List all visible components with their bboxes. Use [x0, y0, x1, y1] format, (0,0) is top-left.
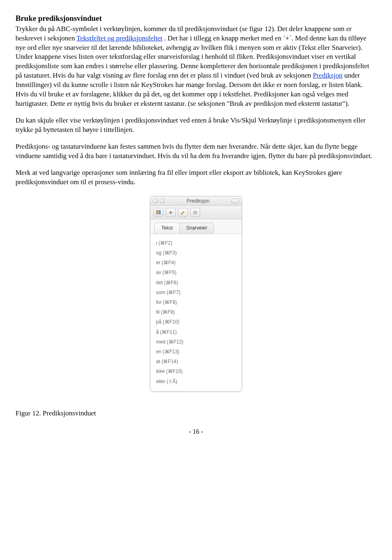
add-button[interactable]: + [166, 208, 176, 217]
prediction-window-figure: Prediksjon + [150, 196, 242, 392]
list-item[interactable]: på (⌘F10) [156, 317, 238, 327]
svg-point-1 [195, 212, 196, 213]
minimize-icon[interactable] [160, 198, 165, 203]
section-heading: Bruke prediksjonsvinduet [16, 13, 376, 24]
list-item[interactable]: for (⌘F8) [156, 297, 238, 307]
tab-shortcuts[interactable]: Snarveier [179, 223, 214, 234]
list-item[interactable]: at (⌘F14) [156, 357, 238, 366]
traffic-lights [153, 198, 165, 203]
list-item[interactable]: til (⌘F9) [156, 307, 238, 317]
prediction-list: i (⌘F2) og (⌘F3) er (⌘F4) av (⌘F5) det (… [150, 234, 242, 391]
list-item[interactable]: en (⌘F13) [156, 347, 238, 357]
page-number: - 16 - [16, 427, 376, 436]
list-item[interactable]: eller (⇧Å) [156, 377, 238, 386]
list-item[interactable]: av (⌘F5) [156, 268, 238, 277]
toolbar-toggle-button[interactable] [231, 199, 239, 203]
paragraph-3: Prediksjons- og tastaturvinduene kan fes… [16, 142, 376, 161]
pencil-icon [180, 210, 186, 215]
tab-text[interactable]: Tekst [154, 223, 180, 234]
figure-caption: Figur 12. Prediksjonsvinduet [16, 409, 376, 418]
window-titlebar[interactable]: Prediksjon [150, 196, 242, 206]
list-item[interactable]: ikke (⌘F15) [156, 366, 238, 376]
link-tekstfeltet[interactable]: Tekstfeltet og prediksjonsfeltet [76, 34, 162, 42]
gear-icon [192, 210, 198, 215]
list-item[interactable]: og (⌘F3) [156, 248, 238, 258]
close-icon[interactable] [153, 198, 158, 203]
list-item[interactable]: i (⌘F2) [156, 238, 238, 248]
prediction-window: Prediksjon + [150, 196, 242, 392]
library-button[interactable] [154, 208, 163, 217]
window-title: Prediksjon [187, 198, 209, 204]
window-toolbar: + [150, 206, 242, 219]
book-icon [156, 210, 161, 215]
tab-bar: Tekst Snarveier [150, 219, 242, 234]
list-item[interactable]: det (⌘F6) [156, 278, 238, 288]
paragraph-2: Du kan skjule eller vise verktøylinjen i… [16, 116, 376, 135]
settings-button[interactable] [190, 208, 200, 217]
list-item[interactable]: som (⌘F7) [156, 288, 238, 297]
edit-button[interactable] [178, 208, 188, 217]
paragraph-1: Trykker du på ABC-symbolet i verktøylinj… [16, 25, 376, 109]
list-item[interactable]: å (⌘F11) [156, 327, 238, 337]
list-item[interactable]: med (⌘F12) [156, 337, 238, 347]
paragraph-4: Merk at ved langvarige operasjoner som i… [16, 168, 376, 187]
figure-container: Prediksjon + [16, 196, 376, 392]
list-item[interactable]: er (⌘F4) [156, 258, 238, 268]
link-prediksjon[interactable]: Prediksjon [313, 71, 343, 79]
